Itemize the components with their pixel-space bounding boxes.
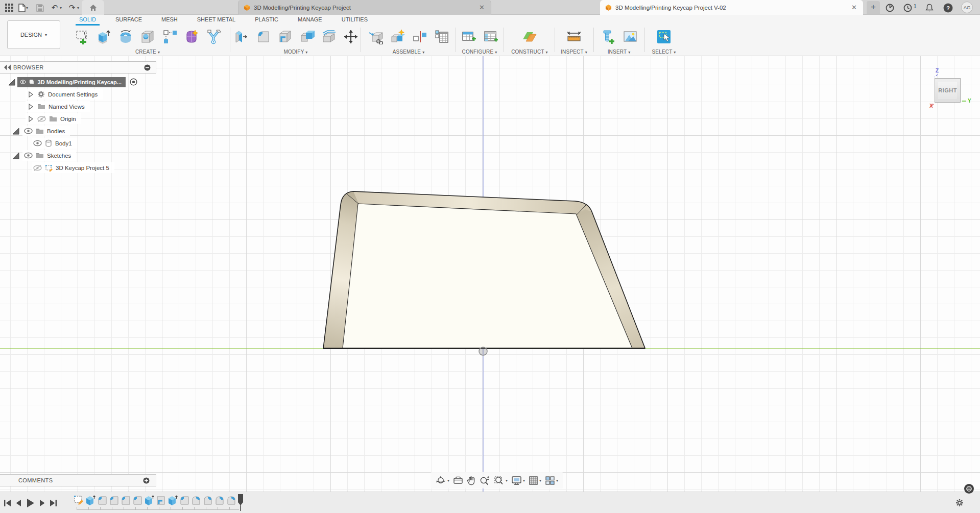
keycap-body-model[interactable] <box>323 191 645 349</box>
timeline-feature-fillet[interactable] <box>109 495 119 506</box>
document-tab-2[interactable]: 3D Modelling/Printing Keycap Project V-0… <box>600 0 863 15</box>
file-icon[interactable] <box>17 3 27 13</box>
viewport-canvas[interactable]: BROWSER 3D Modelling/Printing Keycap... … <box>0 56 980 492</box>
dropdown-caret-icon[interactable]: ▾ <box>539 478 541 483</box>
browser-row-bodies[interactable]: Bodies <box>12 126 70 136</box>
pipe-icon[interactable] <box>205 28 222 45</box>
tab-utilities[interactable]: UTILITIES <box>332 15 377 25</box>
move-copy-icon[interactable] <box>343 28 359 45</box>
fillet-icon[interactable] <box>255 28 271 45</box>
combine-icon[interactable] <box>299 28 315 45</box>
group-label-construct[interactable]: CONSTRUCT ▾ <box>511 49 548 55</box>
app-grid-icon[interactable] <box>4 3 14 13</box>
timeline-feature-sketch[interactable] <box>74 495 84 506</box>
collapse-browser-icon[interactable] <box>4 64 11 71</box>
visibility-eye-icon[interactable] <box>24 128 33 134</box>
visibility-eye-icon[interactable] <box>33 140 42 146</box>
expanded-arrow-icon[interactable] <box>12 152 19 159</box>
rectangular-pattern-icon[interactable] <box>161 28 178 45</box>
dropdown-caret-icon[interactable]: ▾ <box>556 478 558 483</box>
hole-icon[interactable] <box>139 28 156 45</box>
group-label-inspect[interactable]: INSPECT ▾ <box>561 49 587 55</box>
orbit-icon[interactable]: ▾ <box>436 475 449 485</box>
timeline-feature-fillet[interactable] <box>226 495 236 506</box>
undo-icon[interactable]: ↶ <box>50 3 60 13</box>
dropdown-caret-icon[interactable]: ▾ <box>506 478 508 483</box>
browser-row-document-settings[interactable]: Document Settings <box>26 89 103 100</box>
revolve-icon[interactable] <box>117 28 134 45</box>
redo-icon[interactable]: ↷ <box>67 3 77 13</box>
timeline-feature-fillet[interactable] <box>121 495 131 506</box>
visibility-eye-icon[interactable] <box>20 79 26 85</box>
tab-mesh[interactable]: MESH <box>152 15 187 25</box>
look-at-icon[interactable] <box>453 476 463 485</box>
dropdown-caret-icon[interactable]: ▾ <box>447 478 449 483</box>
skip-to-start-icon[interactable] <box>4 500 11 506</box>
viewports-icon[interactable]: ▾ <box>545 476 558 485</box>
timeline-feature-extrude[interactable] <box>85 495 95 506</box>
collapsed-arrow-icon[interactable] <box>27 115 34 123</box>
group-label-insert[interactable]: INSERT ▾ <box>608 49 631 55</box>
selected-row-pill[interactable]: 3D Modelling/Printing Keycap... <box>17 77 126 87</box>
group-label-select[interactable]: SELECT ▾ <box>652 49 676 55</box>
group-label-create[interactable]: CREATE ▾ <box>135 49 160 55</box>
notifications-bell-icon[interactable] <box>924 2 935 13</box>
canvas-icon[interactable] <box>622 28 638 45</box>
redo-caret-icon[interactable]: ▾ <box>77 6 79 10</box>
expanded-arrow-icon[interactable] <box>12 128 19 135</box>
timeline-feature-fillet[interactable] <box>191 495 201 506</box>
create-sketch-icon[interactable] <box>74 28 90 45</box>
timeline-feature-fillet[interactable] <box>97 495 107 506</box>
browser-row-root[interactable]: 3D Modelling/Printing Keycap... <box>8 77 137 87</box>
timeline-feature-shell[interactable] <box>156 495 166 506</box>
comments-panel[interactable]: COMMENTS <box>0 474 156 486</box>
visibility-off-eye-icon[interactable] <box>37 115 46 123</box>
select-icon[interactable] <box>656 28 672 45</box>
shell-icon[interactable] <box>277 28 293 45</box>
timeline-feature-extrude[interactable] <box>144 495 154 506</box>
origin-point[interactable] <box>479 347 487 355</box>
group-label-configure[interactable]: CONFIGURE ▾ <box>462 49 497 55</box>
pan-icon[interactable] <box>467 476 476 485</box>
timeline-feature-fillet[interactable] <box>203 495 213 506</box>
group-label-assemble[interactable]: ASSEMBLE ▾ <box>393 49 425 55</box>
workspace-selector[interactable]: DESIGN ▾ <box>7 20 60 49</box>
grid-and-snaps-icon[interactable]: ▾ <box>529 476 541 485</box>
split-body-icon[interactable] <box>321 28 337 45</box>
file-caret-icon[interactable]: ▾ <box>26 6 28 10</box>
construction-plane-icon[interactable] <box>521 28 538 45</box>
zoom-icon[interactable] <box>480 476 490 485</box>
timeline-feature-fillet[interactable] <box>132 495 142 506</box>
press-pull-icon[interactable] <box>233 28 249 45</box>
document-tab-1[interactable]: 3D Modelling/Printing Keycap Project ✕ <box>238 0 491 15</box>
extrude-icon[interactable] <box>95 28 112 45</box>
measure-icon[interactable] <box>566 28 582 45</box>
user-avatar[interactable]: AG <box>961 2 973 13</box>
visibility-off-eye-icon[interactable] <box>33 164 42 172</box>
as-built-joint-icon[interactable] <box>412 28 428 45</box>
timeline-feature-extrude[interactable] <box>168 495 178 506</box>
add-comment-icon[interactable] <box>143 477 150 484</box>
extensions-icon[interactable] <box>884 2 895 13</box>
insert-fastener-icon[interactable] <box>600 28 616 45</box>
browser-row-origin[interactable]: Origin <box>26 113 81 124</box>
new-tab-button[interactable]: + <box>867 1 880 14</box>
timeline-feature-fillet[interactable] <box>214 495 225 506</box>
tab-sheet-metal[interactable]: SHEET METAL <box>187 15 245 25</box>
motion-study-icon[interactable] <box>434 28 450 45</box>
browser-row-sketch-keycap-project5[interactable]: 3D Keycap Project 5 <box>32 162 114 173</box>
configuration-table-icon[interactable] <box>483 28 499 45</box>
home-button[interactable] <box>82 0 104 15</box>
tab-surface[interactable]: SURFACE <box>106 15 152 25</box>
step-back-icon[interactable] <box>15 500 22 506</box>
undo-caret-icon[interactable]: ▾ <box>60 6 62 10</box>
skip-to-end-icon[interactable] <box>50 500 57 506</box>
timeline-position-marker[interactable] <box>237 494 244 511</box>
step-forward-icon[interactable] <box>39 500 45 506</box>
job-status-icon[interactable] <box>902 2 913 13</box>
timeline-settings-gear-icon[interactable] <box>955 499 964 507</box>
remove-panel-icon[interactable] <box>144 64 151 71</box>
visibility-eye-icon[interactable] <box>24 152 33 159</box>
play-icon[interactable] <box>27 499 34 507</box>
collapsed-arrow-icon[interactable] <box>27 103 34 110</box>
